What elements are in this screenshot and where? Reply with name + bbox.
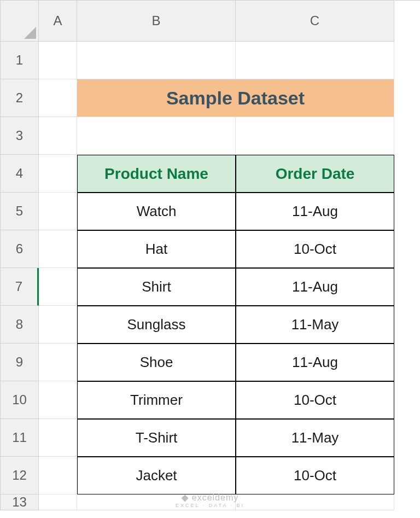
watermark-icon: ◆ [182,493,189,502]
cell-c5[interactable]: 11-Aug [236,193,394,230]
col-header-a[interactable]: A [39,1,77,42]
cell-b7[interactable]: Shirt [77,268,236,306]
cell-c1[interactable] [236,42,394,79]
cell-a2[interactable] [39,79,77,117]
spreadsheet-grid: A B C 1 2 Sample Dataset 3 4 Product Nam… [0,0,420,510]
row-header-12[interactable]: 12 [1,457,39,494]
cell-a11[interactable] [39,419,77,457]
watermark-brand: exceldemy [192,493,238,502]
row-header-11[interactable]: 11 [1,419,39,457]
cell-b6[interactable]: Hat [77,230,236,268]
cell-b5[interactable]: Watch [77,193,236,230]
title-cell[interactable]: Sample Dataset [77,79,394,117]
cell-c6[interactable]: 10-Oct [236,230,394,268]
cell-c7[interactable]: 11-Aug [236,268,394,306]
cell-b1[interactable] [77,42,236,79]
col-header-b[interactable]: B [77,1,236,42]
cell-b12[interactable]: Jacket [77,457,236,494]
cell-b8[interactable]: Sunglass [77,306,236,344]
cell-a5[interactable] [39,193,77,230]
cell-a9[interactable] [39,344,77,381]
cell-c3[interactable] [236,117,394,155]
watermark: ◆exceldemy EXCEL · DATA · BI [0,492,420,508]
cell-b9[interactable]: Shoe [77,344,236,381]
cell-a6[interactable] [39,230,77,268]
row-header-1[interactable]: 1 [1,42,39,79]
cell-c10[interactable]: 10-Oct [236,381,394,419]
header-product-name[interactable]: Product Name [77,155,236,193]
header-order-date[interactable]: Order Date [236,155,394,193]
row-header-4[interactable]: 4 [1,155,39,193]
row-header-2[interactable]: 2 [1,79,39,117]
cell-a3[interactable] [39,117,77,155]
cell-b10[interactable]: Trimmer [77,381,236,419]
cell-a12[interactable] [39,457,77,494]
row-header-6[interactable]: 6 [1,230,39,268]
row-header-9[interactable]: 9 [1,344,39,381]
cell-b3[interactable] [77,117,236,155]
row-header-7[interactable]: 7 [1,268,39,306]
row-header-10[interactable]: 10 [1,381,39,419]
row-header-5[interactable]: 5 [1,193,39,230]
cell-a1[interactable] [39,42,77,79]
cell-c9[interactable]: 11-Aug [236,344,394,381]
cell-c12[interactable]: 10-Oct [236,457,394,494]
cell-c8[interactable]: 11-May [236,306,394,344]
cell-a8[interactable] [39,306,77,344]
cell-a7[interactable] [39,268,77,306]
cell-a10[interactable] [39,381,77,419]
cell-b11[interactable]: T-Shirt [77,419,236,457]
row-header-8[interactable]: 8 [1,306,39,344]
cell-c11[interactable]: 11-May [236,419,394,457]
watermark-tag: EXCEL · DATA · BI [0,503,420,508]
cell-a4[interactable] [39,155,77,193]
select-all-corner[interactable] [1,1,39,42]
row-header-3[interactable]: 3 [1,117,39,155]
col-header-c[interactable]: C [236,1,394,42]
